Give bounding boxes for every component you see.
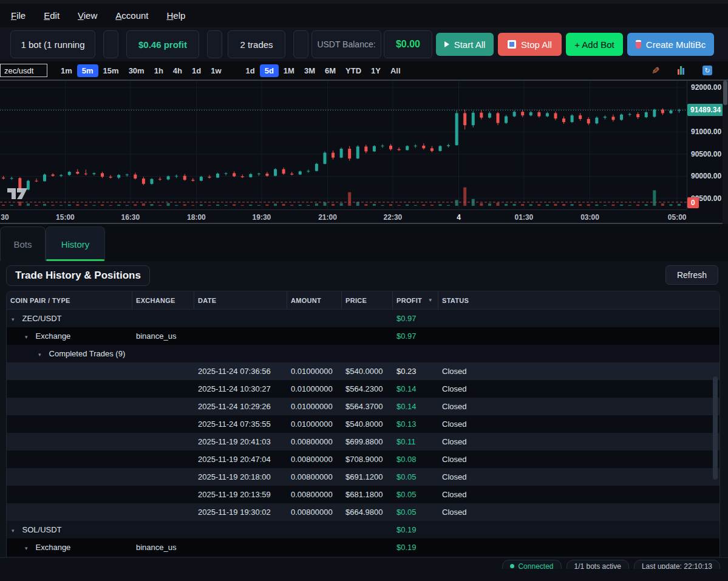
expand-caret-icon[interactable]: ▾ <box>25 334 28 340</box>
column-header-label: PROFIT <box>396 297 422 304</box>
time-label: 15:00 <box>56 213 75 222</box>
trade-row[interactable]: 2025-11-19 20:47:040.00800000$708.9000$0… <box>7 450 719 468</box>
group-row-sol-usdt[interactable]: ▾SOL/USDT$0.19 <box>7 521 719 539</box>
status-bar: Connected 1/1 bots active Last update: 2… <box>0 557 728 569</box>
range-1M[interactable]: 1M <box>279 64 299 77</box>
refresh-button[interactable]: Refresh <box>665 265 718 285</box>
chart-scrollbar[interactable] <box>723 81 728 224</box>
trade-row[interactable]: 2025-11-24 10:30:270.01000000$564.2300$0… <box>7 380 719 398</box>
tradingview-logo <box>7 188 28 202</box>
trade-row[interactable]: 2025-11-24 07:35:550.01000000$540.8000$0… <box>7 415 719 433</box>
trade-row[interactable]: 2025-11-19 20:13:590.00800000$681.1800$0… <box>7 486 719 503</box>
menu-view[interactable]: View <box>78 10 97 21</box>
time-label: 19:30 <box>253 213 271 222</box>
timeframe-1h[interactable]: 1h <box>149 64 168 77</box>
trade-table: COIN PAIR / TYPEEXCHANGEDATEAMOUNTPRICEP… <box>6 291 720 566</box>
candlestick-chart[interactable]: 92000.0091000.0090500.0090000.0089500.00… <box>0 80 728 223</box>
column-header-label: DATE <box>198 297 216 304</box>
bots-active-status: 1/1 bots active <box>566 560 629 569</box>
timeframe-4h[interactable]: 4h <box>168 64 187 77</box>
menu-bar: FileEditViewAccountHelp <box>0 0 728 27</box>
group-row-zec-usdt[interactable]: ▾ZEC/USDT$0.97 <box>7 310 719 327</box>
trade-row[interactable]: 2025-11-19 19:30:020.00800000$664.9800$0… <box>7 503 719 521</box>
time-label: 03:00 <box>580 213 599 222</box>
timeframe-1m[interactable]: 1m <box>56 64 77 77</box>
bots-stat: 1 bot (1 running <box>10 30 95 58</box>
start-all-button[interactable]: Start All <box>436 33 494 56</box>
column-header-status[interactable]: STATUS <box>438 291 719 309</box>
exchange-row[interactable]: ▾Exchangebinance_us$0.97 <box>7 327 719 345</box>
range-All[interactable]: All <box>386 64 406 77</box>
column-header-date[interactable]: DATE <box>194 291 287 309</box>
column-header-label: COIN PAIR / TYPE <box>10 297 70 304</box>
expand-caret-icon[interactable]: ▾ <box>12 316 15 322</box>
column-header-exchange[interactable]: EXCHANGE <box>132 291 194 309</box>
time-label: 01:30 <box>515 213 534 222</box>
expand-caret-icon[interactable]: ▾ <box>12 528 15 534</box>
menu-help[interactable]: Help <box>167 10 186 21</box>
chart-scrollbar-thumb[interactable] <box>723 81 727 105</box>
column-header-label: AMOUNT <box>291 297 321 304</box>
column-header-profit[interactable]: PROFIT▼ <box>393 291 438 309</box>
price-axis[interactable]: 92000.0091000.0090500.0090000.0089500.00… <box>687 81 723 209</box>
time-label: 18:00 <box>187 213 206 222</box>
price-label: 90500.00 <box>691 150 721 158</box>
column-header-amount[interactable]: AMOUNT <box>287 291 342 309</box>
trade-row[interactable]: 2025-11-19 20:18:000.00800000$691.1200$0… <box>7 468 719 486</box>
timeframe-5m[interactable]: 5m <box>77 64 98 77</box>
expand-caret-icon[interactable]: ▾ <box>38 352 41 358</box>
chart-toolbar: 1m5m15m30m1h4h1d1w 1d5d1M3M6MYTD1YAll ✎ … <box>0 61 728 80</box>
price-label: 92000.00 <box>691 83 721 92</box>
exchange-row[interactable]: ▾Exchangebinance_us$0.19 <box>7 539 719 556</box>
create-multibot-label: Create MultiBc <box>646 39 706 50</box>
menu-account[interactable]: Account <box>115 10 148 21</box>
expand-caret-icon[interactable]: ▾ <box>25 545 28 551</box>
history-panel: Trade History & Positions Refresh COIN P… <box>0 261 728 569</box>
stop-icon <box>508 40 516 49</box>
menu-edit[interactable]: Edit <box>44 10 60 21</box>
column-header-label: EXCHANGE <box>136 297 175 304</box>
range-1Y[interactable]: 1Y <box>366 64 386 77</box>
timeframe-1d[interactable]: 1d <box>187 64 206 77</box>
column-header-label: PRICE <box>345 297 367 304</box>
tab-bots[interactable]: Bots <box>0 226 46 261</box>
trade-row[interactable]: 2025-11-19 20:41:030.00800000$699.8800$0… <box>7 433 719 450</box>
play-icon <box>444 41 449 47</box>
chart-plot[interactable] <box>0 81 687 209</box>
price-label: 91000.00 <box>691 127 721 136</box>
toolbar-separator <box>103 30 118 58</box>
timeframe-1w[interactable]: 1w <box>206 64 226 77</box>
range-3M[interactable]: 3M <box>299 64 320 77</box>
table-scrollbar-thumb[interactable] <box>713 376 718 480</box>
timeframe-30m[interactable]: 30m <box>124 64 149 77</box>
add-bot-label: + Add Bot <box>574 39 614 50</box>
column-header-coin-pair-type[interactable]: COIN PAIR / TYPE <box>7 291 132 309</box>
range-5d[interactable]: 5d <box>260 64 279 77</box>
trade-row[interactable]: 2025-11-24 07:36:560.01000000$540.0000$0… <box>7 362 719 380</box>
range-YTD[interactable]: YTD <box>341 64 366 77</box>
time-axis[interactable]: 3015:0016:3018:0019:3021:0022:30401:3003… <box>0 209 687 224</box>
pencil-icon[interactable]: ✎ <box>651 65 659 76</box>
chart-bars-icon[interactable] <box>678 66 684 75</box>
stop-all-button[interactable]: Stop All <box>498 33 562 56</box>
tab-history[interactable]: History <box>46 226 105 261</box>
stop-all-label: Stop All <box>521 39 552 50</box>
trade-row[interactable]: 2025-11-24 10:29:260.01000000$564.3700$0… <box>7 398 719 415</box>
symbol-input[interactable] <box>0 64 47 77</box>
trades-header-row[interactable]: ▾Completed Trades (9) <box>7 345 719 362</box>
add-bot-button[interactable]: + Add Bot <box>566 33 623 56</box>
create-multibot-button[interactable]: Create MultiBc <box>627 33 714 56</box>
timeframe-15m[interactable]: 15m <box>98 64 124 77</box>
tab-bar: BotsHistory <box>0 223 728 261</box>
table-header: COIN PAIR / TYPEEXCHANGEDATEAMOUNTPRICEP… <box>7 291 719 310</box>
table-body: ▾ZEC/USDT$0.97▾Exchangebinance_us$0.97▾C… <box>7 310 719 566</box>
time-label: 22:30 <box>384 213 403 222</box>
sort-arrow-icon: ▼ <box>428 297 433 303</box>
sync-icon[interactable]: ↻ <box>702 66 712 75</box>
current-price-badge: 91489.34 <box>687 104 723 116</box>
menu-file[interactable]: File <box>11 10 26 21</box>
column-header-price[interactable]: PRICE <box>342 291 393 309</box>
connection-status: Connected <box>502 560 561 569</box>
range-1d[interactable]: 1d <box>241 64 260 77</box>
range-6M[interactable]: 6M <box>320 64 341 77</box>
